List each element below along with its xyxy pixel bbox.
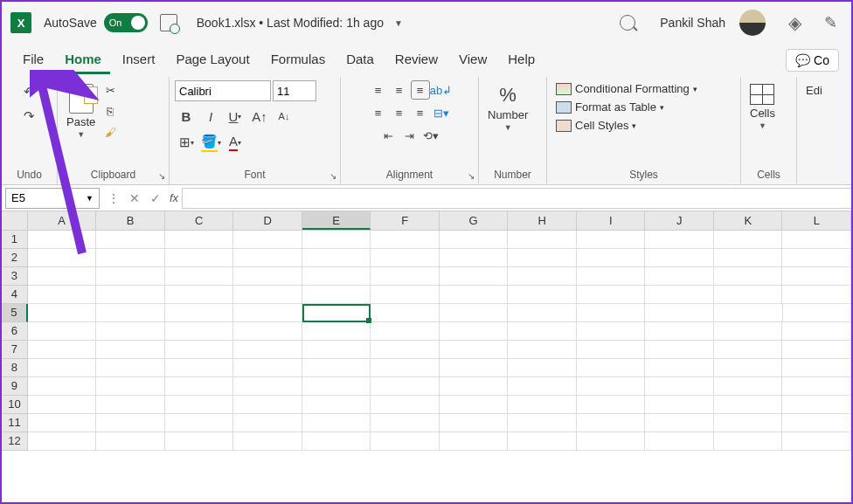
cell-H2[interactable] [508, 249, 577, 267]
cell-H7[interactable] [508, 341, 577, 359]
merge-button[interactable]: ⊟▾ [432, 103, 451, 122]
cell-E6[interactable] [302, 322, 371, 341]
cell-H9[interactable] [508, 377, 577, 396]
cell-A4[interactable] [28, 286, 97, 304]
cell-C8[interactable] [165, 359, 234, 377]
row-header-9[interactable]: 9 [2, 377, 28, 396]
file-name[interactable]: Book1.xlsx • Last Modified: 1h ago [197, 16, 384, 30]
tab-review[interactable]: Review [386, 46, 447, 74]
cell-J4[interactable] [645, 286, 714, 304]
bold-button[interactable]: B [175, 105, 198, 128]
user-name[interactable]: Pankil Shah [660, 16, 725, 30]
cell-F1[interactable] [371, 231, 440, 249]
decrease-indent-button[interactable]: ⇤ [379, 126, 399, 145]
comments-button[interactable]: 💬 Co [786, 49, 839, 72]
cell-styles-button[interactable]: Cell Styles ▾ [552, 117, 640, 134]
align-top-button[interactable]: ≡ [369, 80, 388, 100]
cell-F3[interactable] [371, 267, 440, 286]
cell-D11[interactable] [233, 414, 302, 432]
increase-font-button[interactable]: A↑ [248, 105, 271, 128]
cell-F10[interactable] [371, 396, 440, 414]
cell-K11[interactable] [714, 414, 783, 432]
cell-D1[interactable] [233, 231, 302, 249]
row-header-2[interactable]: 2 [2, 249, 28, 267]
cell-H12[interactable] [508, 432, 577, 451]
cell-E8[interactable] [302, 359, 371, 377]
row-header-7[interactable]: 7 [2, 341, 28, 359]
row-header-11[interactable]: 11 [2, 414, 28, 432]
tab-view[interactable]: View [450, 46, 496, 74]
cell-A11[interactable] [28, 414, 97, 432]
cell-H11[interactable] [508, 414, 577, 432]
cell-B9[interactable] [96, 377, 165, 396]
fill-color-button[interactable]: 🪣▾ [199, 131, 222, 154]
fx-icon[interactable]: fx [170, 191, 178, 204]
cell-F6[interactable] [371, 322, 440, 341]
tab-help[interactable]: Help [499, 46, 544, 74]
cell-B11[interactable] [96, 414, 165, 432]
cell-D6[interactable] [233, 322, 302, 341]
format-as-table-button[interactable]: Format as Table ▾ [552, 99, 668, 115]
name-box[interactable]: E5 ▼ [5, 188, 100, 209]
tab-insert[interactable]: Insert [114, 46, 164, 74]
cell-C10[interactable] [165, 396, 234, 414]
undo-button[interactable]: ↶ [18, 80, 41, 103]
tab-file[interactable]: File [14, 46, 52, 74]
cell-A10[interactable] [28, 396, 97, 414]
select-all-corner[interactable] [2, 211, 28, 230]
cell-A12[interactable] [28, 432, 97, 451]
col-header-A[interactable]: A [28, 211, 97, 230]
editing-button[interactable]: Edi [802, 80, 826, 100]
format-painter-button[interactable]: 🖌 [101, 122, 120, 142]
cell-H5[interactable] [508, 304, 577, 322]
cell-L6[interactable] [782, 322, 851, 341]
cell-H4[interactable] [508, 286, 577, 304]
cell-E5[interactable] [302, 304, 371, 322]
cell-J2[interactable] [645, 249, 714, 267]
cell-E10[interactable] [302, 396, 371, 414]
cell-H3[interactable] [508, 267, 577, 286]
cell-A2[interactable] [28, 249, 97, 267]
cell-A7[interactable] [28, 341, 97, 359]
cell-L9[interactable] [782, 377, 851, 396]
tab-home[interactable]: Home [56, 46, 110, 74]
tab-formulas[interactable]: Formulas [262, 46, 335, 74]
cell-I10[interactable] [577, 396, 646, 414]
cell-D4[interactable] [233, 286, 302, 304]
cell-F2[interactable] [371, 249, 440, 267]
col-header-D[interactable]: D [233, 211, 302, 230]
cell-F5[interactable] [371, 304, 440, 322]
cell-B3[interactable] [96, 267, 165, 286]
alignment-launcher[interactable]: ↘ [468, 171, 475, 181]
cell-B4[interactable] [96, 286, 165, 304]
cell-A1[interactable] [28, 231, 97, 249]
cell-J7[interactable] [645, 341, 714, 359]
cell-D2[interactable] [233, 249, 302, 267]
cancel-button[interactable]: ✕ [124, 188, 145, 209]
cell-G4[interactable] [440, 286, 509, 304]
cell-L5[interactable] [783, 304, 852, 322]
cell-L7[interactable] [782, 341, 851, 359]
search-icon[interactable] [620, 15, 635, 31]
cell-J5[interactable] [645, 304, 714, 322]
cell-E12[interactable] [302, 432, 371, 451]
cell-D7[interactable] [233, 341, 302, 359]
align-bottom-button[interactable]: ≡ [411, 80, 430, 100]
save-icon[interactable] [160, 14, 177, 31]
cell-C11[interactable] [165, 414, 234, 432]
cell-I12[interactable] [577, 432, 646, 451]
cell-K3[interactable] [714, 267, 783, 286]
cell-D5[interactable] [233, 304, 302, 322]
col-header-B[interactable]: B [96, 211, 165, 230]
col-header-J[interactable]: J [645, 211, 714, 230]
cell-E2[interactable] [302, 249, 371, 267]
cell-K5[interactable] [714, 304, 783, 322]
cell-F7[interactable] [371, 341, 440, 359]
cell-H10[interactable] [508, 396, 577, 414]
cell-L11[interactable] [782, 414, 851, 432]
number-format-button[interactable]: % Number ▼ [484, 80, 531, 135]
row-header-12[interactable]: 12 [2, 432, 28, 451]
font-size-select[interactable] [273, 80, 316, 101]
underline-button[interactable]: U▾ [224, 105, 246, 128]
row-header-1[interactable]: 1 [2, 231, 28, 249]
